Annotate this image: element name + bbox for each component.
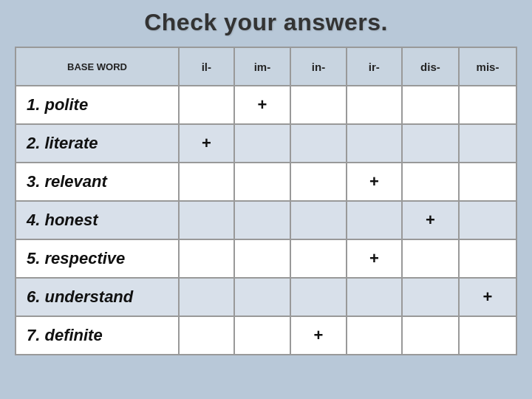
answer-cell-6-mis: +	[459, 278, 516, 316]
answer-cell-1-il	[179, 86, 234, 124]
page-title: Check your answers.	[144, 9, 388, 36]
word-cell-3: 3. relevant	[16, 163, 179, 201]
answer-cell-6-ir	[347, 278, 402, 316]
header-il: il-	[179, 47, 234, 86]
answer-cell-1-in	[290, 86, 347, 124]
answer-cell-2-dis	[402, 124, 459, 163]
answer-cell-7-im	[234, 316, 290, 355]
answer-cell-3-im	[234, 163, 290, 201]
answer-cell-4-mis	[459, 201, 516, 239]
answer-cell-5-mis	[459, 239, 516, 278]
word-cell-5: 5. respective	[16, 239, 179, 278]
word-cell-2: 2. literate	[16, 124, 179, 163]
answer-cell-5-ir: +	[347, 239, 402, 278]
word-cell-6: 6. understand	[16, 278, 179, 316]
answer-cell-5-dis	[402, 239, 459, 278]
answer-cell-6-im	[234, 278, 290, 316]
answer-cell-2-il: +	[179, 124, 234, 163]
header-base-word: BASE WORD	[16, 47, 179, 86]
answer-cell-2-ir	[347, 124, 402, 163]
answer-cell-5-il	[179, 239, 234, 278]
answer-cell-7-mis	[459, 316, 516, 355]
answer-cell-4-il	[179, 201, 234, 239]
answer-cell-1-ir	[347, 86, 402, 124]
answer-cell-2-in	[290, 124, 347, 163]
answer-cell-7-dis	[402, 316, 459, 355]
answer-cell-4-ir	[347, 201, 402, 239]
word-cell-4: 4. honest	[16, 201, 179, 239]
answer-cell-4-dis: +	[402, 201, 459, 239]
header-in: in-	[290, 47, 347, 86]
answer-cell-6-in	[290, 278, 347, 316]
answer-cell-6-il	[179, 278, 234, 316]
answer-cell-7-il	[179, 316, 234, 355]
answer-cell-2-im	[234, 124, 290, 163]
word-cell-1: 1. polite	[16, 86, 179, 124]
answer-cell-3-ir: +	[347, 163, 402, 201]
header-dis: dis-	[402, 47, 459, 86]
answer-cell-7-ir	[347, 316, 402, 355]
header-im: im-	[234, 47, 290, 86]
answer-cell-1-im: +	[234, 86, 290, 124]
header-mis: mis-	[459, 47, 516, 86]
answer-cell-3-in	[290, 163, 347, 201]
answer-cell-3-dis	[402, 163, 459, 201]
answer-cell-3-il	[179, 163, 234, 201]
answer-cell-6-dis	[402, 278, 459, 316]
header-ir: ir-	[347, 47, 402, 86]
answer-cell-5-im	[234, 239, 290, 278]
answer-cell-2-mis	[459, 124, 516, 163]
answer-cell-5-in	[290, 239, 347, 278]
answer-cell-1-mis	[459, 86, 516, 124]
answer-cell-3-mis	[459, 163, 516, 201]
word-cell-7: 7. definite	[16, 316, 179, 355]
answer-cell-4-in	[290, 201, 347, 239]
answer-cell-1-dis	[402, 86, 459, 124]
answer-cell-7-in: +	[290, 316, 347, 355]
answer-table: BASE WORD il- im- in- ir- dis- mis- 1. p…	[15, 47, 517, 355]
answer-cell-4-im	[234, 201, 290, 239]
